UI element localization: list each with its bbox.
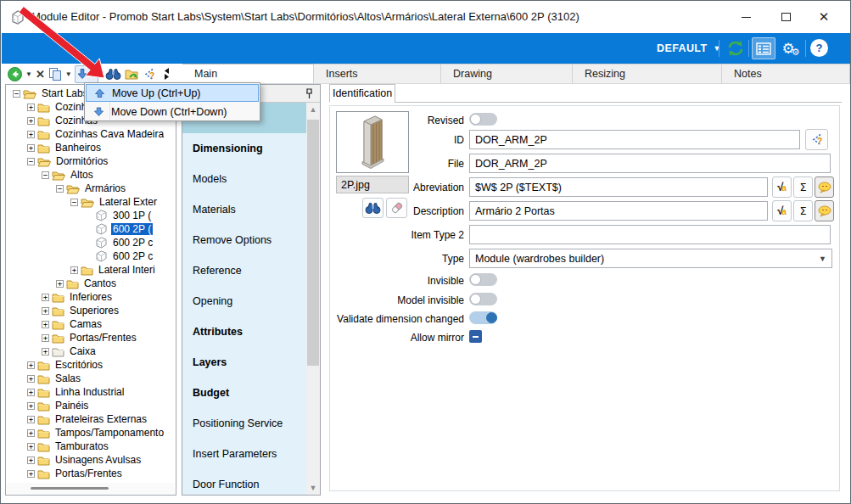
invisible-toggle[interactable] bbox=[469, 273, 497, 286]
default-dropdown[interactable]: DEFAULT ▼ bbox=[657, 42, 721, 54]
category-item-opening[interactable]: Opening bbox=[182, 286, 307, 316]
tree-item[interactable]: −Lateral Exter bbox=[6, 195, 176, 209]
validate-dimension-changed-toggle[interactable] bbox=[469, 311, 497, 324]
category-item-materials[interactable]: Materials bbox=[182, 194, 307, 225]
category-item-layers[interactable]: Layers bbox=[182, 347, 307, 378]
collapse-icon[interactable]: − bbox=[56, 185, 64, 193]
scrollbar-thumb[interactable] bbox=[307, 120, 319, 366]
tree-item[interactable]: +Portas/Frentes bbox=[6, 331, 176, 344]
model-invisible-toggle[interactable] bbox=[469, 293, 497, 305]
expand-icon[interactable]: + bbox=[27, 361, 35, 369]
tab-inserts[interactable]: Inserts bbox=[314, 64, 441, 83]
collapse-icon[interactable]: − bbox=[27, 158, 35, 165]
wildcard-button[interactable]: ? bbox=[142, 65, 157, 82]
type-combobox[interactable]: Module (wardrobes builder) ▼ bbox=[469, 249, 832, 268]
expand-icon[interactable]: + bbox=[27, 470, 35, 478]
expand-icon[interactable]: + bbox=[42, 334, 49, 342]
tree-item[interactable]: +Linha Industrial bbox=[6, 385, 176, 399]
tab-drawing[interactable]: Drawing bbox=[441, 64, 573, 83]
category-item-models[interactable]: Models bbox=[182, 164, 307, 194]
scroll-up-icon[interactable]: ▲ bbox=[306, 103, 320, 116]
maximize-button[interactable] bbox=[769, 6, 803, 28]
allow-mirror-checkbox[interactable] bbox=[469, 330, 482, 343]
tree-item[interactable]: +Salas bbox=[6, 372, 176, 385]
tree-item[interactable]: +Inferiores bbox=[6, 290, 176, 304]
collapse-icon[interactable]: − bbox=[13, 90, 20, 98]
expand-icon[interactable]: + bbox=[27, 144, 35, 152]
tree-item[interactable]: −Dormitórios bbox=[6, 154, 176, 168]
menu-item-move-down[interactable]: Move Down (Ctrl+Down) bbox=[86, 103, 259, 120]
expand-icon[interactable]: + bbox=[27, 104, 35, 111]
abreviation-comment-button[interactable] bbox=[815, 176, 834, 198]
tree-item[interactable]: −Altos bbox=[6, 168, 176, 182]
tree-item[interactable]: 600 2P c bbox=[6, 236, 176, 249]
settings-button[interactable]: ⚙⚙ bbox=[778, 37, 803, 59]
collapse-icon[interactable]: − bbox=[42, 171, 49, 179]
tree-item[interactable]: +Caixa bbox=[6, 344, 176, 358]
expand-icon[interactable]: + bbox=[70, 266, 78, 274]
tab-identification[interactable]: Identification bbox=[329, 84, 395, 103]
tree-item[interactable]: +Tampos/Tamponamento bbox=[6, 426, 176, 440]
tree-item[interactable]: +Prateleiras Externas bbox=[6, 412, 176, 426]
expand-icon[interactable]: + bbox=[27, 402, 35, 410]
pin-icon[interactable] bbox=[305, 88, 313, 99]
copy-dropdown-caret[interactable]: ▼ bbox=[64, 70, 73, 78]
tree-item[interactable]: 600 2P ( bbox=[6, 222, 176, 236]
tree-item[interactable]: 300 1P ( bbox=[6, 209, 176, 222]
tab-notes[interactable]: Notes bbox=[722, 64, 850, 83]
category-scrollbar[interactable]: ▲ ▼ bbox=[306, 103, 320, 495]
copy-button[interactable] bbox=[48, 65, 63, 82]
category-item-positioning-service[interactable]: Positioning Service bbox=[182, 408, 307, 439]
category-item-remove-options[interactable]: Remove Options bbox=[182, 225, 307, 255]
tree-item[interactable]: +Usinagens Avulsas bbox=[6, 453, 176, 467]
tree-item[interactable]: +Lateral Interi bbox=[6, 263, 176, 277]
item-type-2-field[interactable] bbox=[469, 225, 831, 244]
tree-horizontal-scrollbar[interactable] bbox=[7, 483, 175, 494]
description-formula-button[interactable]: √a bbox=[772, 200, 792, 221]
expand-icon[interactable]: + bbox=[42, 321, 49, 328]
properties-view-button[interactable] bbox=[752, 37, 775, 59]
tree-item[interactable]: +Superiores bbox=[6, 304, 176, 317]
move-button-group[interactable]: ▼ bbox=[75, 65, 98, 83]
expand-icon[interactable]: + bbox=[27, 456, 35, 464]
tree-item[interactable]: +Cantos bbox=[6, 277, 176, 290]
refresh-button[interactable] bbox=[725, 38, 747, 59]
minimize-button[interactable] bbox=[729, 6, 763, 28]
category-item-attributes[interactable]: Attributes bbox=[182, 316, 307, 347]
scrollbar-thumb[interactable] bbox=[31, 487, 109, 490]
file-field[interactable]: DOR_ARM_2P bbox=[469, 154, 831, 173]
delete-button[interactable]: ✕ bbox=[35, 65, 46, 82]
replace-button[interactable] bbox=[124, 65, 140, 82]
tree-item[interactable]: 600 2P c bbox=[6, 249, 176, 263]
move-dropdown-caret[interactable]: ▼ bbox=[88, 70, 97, 78]
back-dropdown-caret[interactable]: ▼ bbox=[25, 70, 33, 78]
revised-toggle[interactable] bbox=[469, 113, 497, 126]
tab-main[interactable]: Main bbox=[182, 64, 314, 83]
expand-icon[interactable]: + bbox=[42, 348, 49, 356]
expand-icon[interactable]: + bbox=[27, 416, 35, 423]
abreviation-sigma-button[interactable]: Σ bbox=[793, 176, 813, 198]
expand-icon[interactable]: + bbox=[42, 294, 49, 301]
tree-item[interactable]: +Camas bbox=[6, 317, 176, 331]
panel-toggle-button[interactable] bbox=[162, 65, 171, 82]
description-field[interactable]: Armário 2 Portas bbox=[469, 201, 768, 221]
menu-item-move-up[interactable]: Move Up (Ctrl+Up) bbox=[86, 84, 259, 102]
abreviation-field[interactable]: $W$ 2P ($TEXT$) bbox=[469, 177, 768, 197]
expand-icon[interactable]: + bbox=[27, 117, 35, 125]
back-button[interactable] bbox=[7, 65, 23, 82]
find-button[interactable] bbox=[104, 65, 122, 82]
expand-icon[interactable]: + bbox=[27, 375, 35, 383]
expand-icon[interactable]: + bbox=[27, 443, 35, 451]
expand-icon[interactable]: + bbox=[56, 280, 64, 288]
description-sigma-button[interactable]: Σ bbox=[793, 200, 813, 221]
expand-icon[interactable]: + bbox=[42, 307, 49, 315]
description-comment-button[interactable] bbox=[815, 200, 834, 221]
id-wildcard-button[interactable]: ? bbox=[805, 129, 828, 150]
collapse-icon[interactable]: − bbox=[70, 199, 78, 206]
tree-item[interactable]: +Painéis bbox=[6, 399, 176, 412]
tab-resizing[interactable]: Resizing bbox=[573, 64, 722, 83]
close-button[interactable]: ✕ bbox=[807, 6, 841, 28]
category-item-reference[interactable]: Reference bbox=[182, 255, 307, 286]
expand-icon[interactable]: + bbox=[27, 131, 35, 138]
scroll-down-icon[interactable]: ▼ bbox=[306, 481, 320, 495]
